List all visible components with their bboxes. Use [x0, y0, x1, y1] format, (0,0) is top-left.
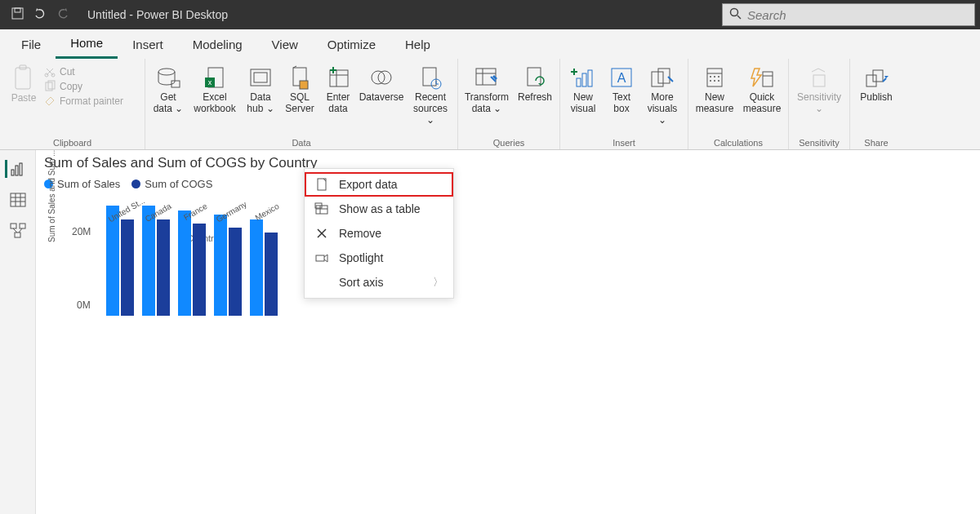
sql-server-button[interactable]: SQL Server — [283, 62, 317, 114]
svg-rect-0 — [12, 8, 23, 19]
window-title: Untitled - Power BI Desktop — [87, 8, 228, 21]
more-visuals-button[interactable]: More visuals ⌄ — [642, 62, 683, 126]
search-input[interactable] — [747, 8, 974, 22]
chart-area[interactable]: Sum of Sales and Sum ... 20M 0M United S… — [56, 202, 317, 365]
group-label-share: Share — [855, 138, 898, 149]
svg-rect-33 — [582, 73, 586, 86]
new-visual-button[interactable]: New visual — [565, 62, 601, 114]
svg-text:A: A — [617, 71, 626, 85]
svg-rect-74 — [316, 255, 324, 261]
svg-rect-62 — [11, 224, 16, 228]
bar-group[interactable] — [178, 210, 206, 316]
svg-rect-53 — [873, 70, 883, 82]
svg-rect-64 — [15, 233, 20, 237]
dataverse-button[interactable]: Dataverse — [359, 62, 403, 103]
workspace: Sum of Sales and Sum of COGS by Country … — [0, 150, 980, 514]
legend-swatch-cogs — [131, 179, 140, 188]
new-measure-button[interactable]: New measure — [693, 62, 736, 114]
tab-home[interactable]: Home — [56, 29, 118, 59]
svg-line-3 — [737, 16, 741, 19]
bar-cogs[interactable] — [265, 233, 278, 316]
publish-button[interactable]: Publish — [855, 62, 898, 103]
menu-export-data[interactable]: Export data — [305, 172, 453, 197]
group-label-calc: Calculations — [693, 138, 783, 149]
svg-point-48 — [718, 80, 719, 82]
svg-rect-54 — [11, 170, 14, 175]
recent-sources-button[interactable]: Recent sources ⌄ — [408, 62, 452, 126]
tab-view[interactable]: View — [257, 29, 313, 59]
svg-rect-4 — [16, 68, 30, 89]
svg-rect-26 — [423, 68, 436, 86]
bar-cogs[interactable] — [121, 219, 134, 316]
tab-modeling[interactable]: Modeling — [178, 29, 257, 59]
transform-data-button[interactable]: Transform data ⌄ — [463, 62, 510, 114]
view-switcher — [0, 150, 36, 514]
svg-rect-52 — [866, 75, 876, 86]
ribbon: Paste Cut Copy Format painter Clipboard … — [0, 59, 980, 150]
bar-sales[interactable] — [250, 219, 263, 316]
y-axis-label: Sum of Sales and Sum ... — [47, 150, 56, 242]
svg-line-66 — [19, 228, 22, 233]
svg-point-45 — [718, 76, 719, 78]
menu-sort-axis[interactable]: Sort axis 〉 — [305, 270, 453, 295]
get-data-button[interactable]: Get data ⌄ — [150, 62, 186, 114]
model-view-icon[interactable] — [8, 222, 28, 240]
sensitivity-button: Sensitivity⌄ — [794, 62, 844, 114]
y-tick-20m: 20M — [72, 226, 91, 237]
export-icon — [314, 177, 329, 192]
paste-label: Paste — [11, 92, 37, 104]
save-icon[interactable] — [11, 7, 24, 22]
format-painter-button: Format painter — [44, 95, 123, 107]
quick-measure-button[interactable]: Quick measure — [741, 62, 783, 114]
enter-data-button[interactable]: Enter data — [322, 62, 354, 114]
menu-remove[interactable]: Remove — [305, 221, 453, 246]
svg-rect-49 — [763, 72, 773, 86]
refresh-button[interactable]: Refresh — [515, 62, 555, 103]
titlebar: Untitled - Power BI Desktop — [0, 0, 980, 29]
menu-show-as-table[interactable]: Show as a table — [305, 197, 453, 221]
copy-button: Copy — [44, 81, 123, 92]
bar-sales[interactable] — [214, 215, 227, 316]
svg-rect-16 — [254, 73, 267, 82]
spotlight-icon — [314, 250, 329, 265]
svg-point-47 — [714, 80, 715, 82]
data-hub-button[interactable]: Data hub ⌄ — [243, 62, 278, 114]
bar-cogs[interactable] — [193, 224, 206, 316]
bar-group[interactable] — [214, 215, 242, 316]
search-box[interactable] — [722, 3, 975, 26]
table-icon — [314, 202, 329, 216]
report-view-icon[interactable] — [5, 160, 24, 178]
svg-rect-32 — [577, 78, 581, 86]
menu-spotlight[interactable]: Spotlight — [305, 246, 453, 270]
chart-title: Sum of Sales and Sum of COGS by Country — [44, 155, 972, 171]
undo-icon[interactable] — [33, 8, 47, 22]
group-label-clipboard: Clipboard — [5, 138, 140, 149]
svg-rect-40 — [658, 69, 670, 83]
redo-icon — [56, 8, 69, 22]
bar-cogs[interactable] — [157, 219, 170, 316]
tab-help[interactable]: Help — [390, 29, 445, 59]
data-view-icon[interactable] — [8, 191, 28, 209]
svg-rect-55 — [16, 166, 18, 175]
y-tick-0m: 0M — [77, 299, 91, 311]
bar-sales[interactable] — [178, 210, 191, 316]
tab-file[interactable]: File — [7, 29, 56, 59]
svg-rect-56 — [20, 163, 22, 175]
paste-button: Paste — [5, 64, 42, 107]
svg-point-2 — [730, 9, 737, 16]
ribbon-tabs: File Home Insert Modeling View Optimize … — [0, 29, 980, 59]
report-canvas[interactable]: Sum of Sales and Sum of COGS by Country … — [36, 150, 980, 514]
bar-cogs[interactable] — [229, 228, 242, 316]
group-label-sensitivity: Sensitivity — [794, 138, 844, 149]
chart-legend: Sum of Sales Sum of COGS — [44, 178, 972, 190]
tab-insert[interactable]: Insert — [118, 29, 178, 59]
svg-rect-34 — [588, 70, 592, 86]
group-label-insert: Insert — [565, 138, 683, 149]
bar-group[interactable] — [250, 219, 278, 316]
text-box-button[interactable]: A Text box — [606, 62, 637, 114]
svg-rect-39 — [652, 72, 663, 86]
cut-button: Cut — [44, 66, 123, 78]
tab-optimize[interactable]: Optimize — [313, 29, 390, 59]
excel-workbook-button[interactable]: x Excel workbook — [191, 62, 238, 114]
svg-rect-51 — [813, 75, 825, 86]
